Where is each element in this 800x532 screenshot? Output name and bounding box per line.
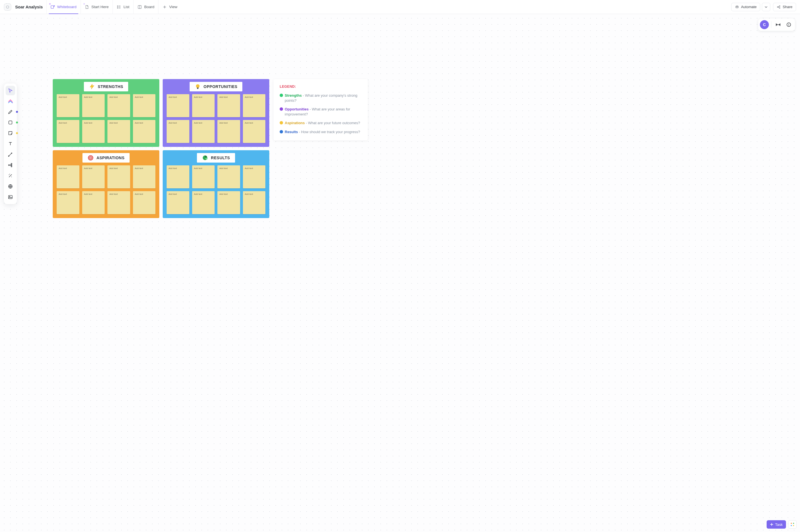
sticky-note[interactable]: Add text <box>167 120 189 143</box>
tool-text[interactable] <box>6 139 15 149</box>
sticky-note[interactable]: Add text <box>82 120 105 143</box>
legend-dot <box>280 130 283 133</box>
sticky-note[interactable]: Add text <box>107 94 130 117</box>
sticky-note[interactable]: Add text <box>57 165 79 188</box>
tool-select[interactable] <box>6 86 15 95</box>
tab-board[interactable]: Board <box>133 0 158 14</box>
sticky-note[interactable]: Add text <box>192 165 215 188</box>
tool-clickup[interactable]: + <box>6 96 15 106</box>
sticky-note[interactable]: Add text <box>192 94 215 117</box>
sticky-note[interactable]: Add text <box>82 165 105 188</box>
share-label: Share <box>783 5 793 9</box>
share-button[interactable]: Share <box>773 3 796 11</box>
sticky-note[interactable]: Add text <box>217 94 240 117</box>
automate-button[interactable]: Automate <box>731 3 761 11</box>
shape-color-dot <box>16 122 18 124</box>
legend-row-aspirations: Aspirations - What are your future outco… <box>280 120 362 126</box>
apps-button[interactable] <box>788 520 797 529</box>
top-bar: Soar Analysis Whiteboard Start Here <box>0 0 800 14</box>
task-label: Task <box>775 522 783 527</box>
fit-width-button[interactable] <box>774 20 783 29</box>
tool-image[interactable] <box>6 192 15 202</box>
sticky-note[interactable]: Add text <box>133 94 156 117</box>
ai-sparkle-icon <box>83 2 85 4</box>
sticky-note[interactable]: Add text <box>82 94 105 117</box>
tab-start-here[interactable]: Start Here <box>80 0 113 14</box>
svg-rect-1 <box>51 6 54 8</box>
tool-connector[interactable] <box>6 150 15 159</box>
sticky-note[interactable]: Add text <box>167 94 189 117</box>
chevron-down-icon <box>764 5 768 9</box>
notes-opportunities: Add text Add text Add text Add text Add … <box>167 94 265 143</box>
svg-point-4 <box>117 8 118 8</box>
new-task-button[interactable]: Task <box>767 520 786 529</box>
sticky-note[interactable]: Add text <box>243 94 266 117</box>
sticky-note[interactable]: Add text <box>107 191 130 214</box>
sticky-note[interactable]: Add text <box>167 165 189 188</box>
sticky-note[interactable]: Add text <box>217 191 240 214</box>
tab-list[interactable]: List <box>112 0 133 14</box>
sticky-icon <box>7 130 13 136</box>
clickup-icon: + <box>7 98 13 104</box>
sticky-note[interactable]: Add text <box>133 120 156 143</box>
fit-width-icon <box>776 22 781 27</box>
pie-icon <box>202 155 208 161</box>
whiteboard-canvas[interactable]: C + <box>0 14 800 532</box>
quad-results[interactable]: RESULTS Add text Add text Add text Add t… <box>163 150 269 218</box>
quad-aspirations[interactable]: ASPIRATIONS Add text Add text Add text A… <box>53 150 159 218</box>
sticky-note[interactable]: Add text <box>107 165 130 188</box>
tool-mindmap[interactable] <box>6 160 15 170</box>
sticky-note[interactable]: Add text <box>133 165 156 188</box>
sticky-note[interactable]: Add text <box>107 120 130 143</box>
notes-results: Add text Add text Add text Add text Add … <box>167 165 265 214</box>
automate-group: Automate <box>731 3 770 11</box>
sticky-note[interactable]: Add text <box>243 191 266 214</box>
tab-whiteboard[interactable]: Whiteboard <box>46 0 80 14</box>
lightning-icon <box>89 83 95 90</box>
quad-strengths[interactable]: STRENGTHS Add text Add text Add text Add… <box>53 79 159 147</box>
sticky-note[interactable]: Add text <box>243 165 266 188</box>
status-circle-icon <box>6 5 9 9</box>
status-chip[interactable] <box>4 3 11 11</box>
sticky-note[interactable]: Add text <box>57 94 79 117</box>
legend-panel[interactable]: LEGEND: Strengths - What are your compan… <box>273 79 368 140</box>
tool-web[interactable] <box>6 182 15 191</box>
notes-strengths: Add text Add text Add text Add text Add … <box>57 94 156 143</box>
text-icon <box>7 141 13 147</box>
whiteboard-icon <box>51 5 55 9</box>
apps-icon <box>790 522 795 527</box>
tab-add-view[interactable]: View <box>158 0 181 14</box>
svg-point-0 <box>6 6 9 8</box>
sticky-note[interactable]: Add text <box>57 191 79 214</box>
tool-ai[interactable] <box>6 171 15 180</box>
svg-rect-25 <box>197 88 198 89</box>
tool-sticky[interactable] <box>6 128 15 138</box>
tool-pen[interactable] <box>6 107 15 117</box>
sticky-note[interactable]: Add text <box>192 120 215 143</box>
sticky-note[interactable]: Add text <box>133 191 156 214</box>
sticky-note[interactable]: Add text <box>57 120 79 143</box>
quad-opportunities[interactable]: OPPORTUNITIES Add text Add text Add text… <box>163 79 269 147</box>
tool-shape[interactable] <box>6 118 15 127</box>
info-button[interactable] <box>784 20 793 29</box>
legend-desc: - How should we track your progress? <box>299 130 360 134</box>
square-icon <box>7 120 13 125</box>
legend-title: LEGEND: <box>280 84 362 89</box>
sticky-color-dot <box>16 132 18 134</box>
legend-row-results: Results - How should we track your progr… <box>280 130 362 135</box>
sticky-note[interactable]: Add text <box>243 120 266 143</box>
legend-dot <box>280 94 283 97</box>
avatar[interactable]: C <box>760 20 769 29</box>
legend-desc: - What are your future outcomes? <box>306 121 360 125</box>
sticky-note[interactable]: Add text <box>192 191 215 214</box>
sticky-note[interactable]: Add text <box>217 120 240 143</box>
sticky-note[interactable]: Add text <box>167 191 189 214</box>
connector-icon <box>7 152 13 157</box>
legend-key: Aspirations <box>285 121 305 125</box>
robot-icon <box>735 5 739 9</box>
sticky-note[interactable]: Add text <box>217 165 240 188</box>
doc-icon <box>85 5 89 9</box>
sticky-note[interactable]: Add text <box>82 191 105 214</box>
automate-dropdown[interactable] <box>762 3 770 11</box>
mindmap-icon <box>7 162 13 168</box>
